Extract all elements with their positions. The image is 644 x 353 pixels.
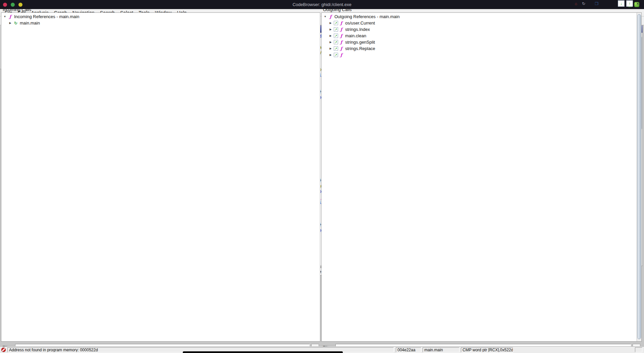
tree-item-label: strings.genSplit bbox=[344, 40, 376, 45]
incoming-calls-tree: ▼ƒIncoming References - main.main▶↻main.… bbox=[1, 12, 320, 342]
outgoing-calls-pane: Outgoing Calls ▼ƒOutgoing References - m… bbox=[321, 7, 642, 342]
fn-icon: ƒ bbox=[339, 52, 343, 57]
expander-icon[interactable]: ▶ bbox=[328, 47, 333, 50]
function-call-trees-panel: ↗ Function Call Trees: main.main - (clie… bbox=[0, 0, 643, 69]
recycle-icon: ↻ bbox=[13, 21, 18, 26]
tree-item-label: main.clean bbox=[344, 33, 367, 38]
home-icon[interactable]: ⌂ bbox=[573, 1, 579, 6]
fn-icon: ƒ bbox=[8, 14, 12, 19]
navigate-incoming-icon[interactable]: ↓ bbox=[618, 0, 625, 7]
tree-item-label: os/user.Current bbox=[344, 20, 376, 26]
expander-icon[interactable]: ▶ bbox=[328, 34, 333, 37]
incoming-calls-label: Incoming Calls bbox=[1, 7, 320, 12]
outgoing-calls-tree: ▼ƒOutgoing References - main.main▶↗ƒos/u… bbox=[321, 12, 642, 342]
expander-icon[interactable]: ▼ bbox=[323, 15, 327, 18]
tree-item-item[interactable]: ▶↗ƒ bbox=[322, 52, 641, 58]
tree-item-strings-replace[interactable]: ▶↗ƒstrings.Replace bbox=[322, 45, 641, 52]
tree-item-incoming-references-main-main[interactable]: ▼ƒIncoming References - main.main bbox=[1, 13, 320, 20]
expander-icon[interactable]: ▼ bbox=[3, 15, 7, 18]
expander-icon[interactable]: ▶ bbox=[328, 21, 333, 25]
tree-item-strings-gensplit[interactable]: ▶↗ƒstrings.genSplit bbox=[322, 39, 641, 45]
error-icon bbox=[1, 348, 6, 352]
status-function: main.main bbox=[423, 347, 460, 352]
tree-item-label: Incoming References - main.main bbox=[13, 14, 80, 19]
tree-item-main-main[interactable]: ▶↻main.main bbox=[1, 20, 320, 26]
tree-item-label: main.main bbox=[19, 20, 41, 26]
callext-icon: ↗ bbox=[334, 40, 338, 44]
tree-item-strings-index[interactable]: ▶↗ƒstrings.Index bbox=[322, 26, 641, 33]
tree-item-label: strings.Index bbox=[344, 27, 371, 32]
tree-item-outgoing-references-main-main[interactable]: ▼ƒOutgoing References - main.main bbox=[322, 13, 641, 20]
navigate-outgoing-icon[interactable]: ↑ bbox=[626, 0, 633, 7]
tree-item-os-user-current[interactable]: ▶↗ƒos/user.Current bbox=[322, 20, 641, 26]
window-icon: ❒ bbox=[594, 1, 600, 6]
codebrowser-window: CodeBrowser: ghidi:/client.exe FileEditA… bbox=[0, 0, 644, 353]
incoming-calls-pane: Incoming Calls ▼ƒIncoming References - m… bbox=[1, 7, 320, 342]
scroll-thumb[interactable] bbox=[637, 14, 641, 339]
expander-icon[interactable]: ▶ bbox=[328, 28, 333, 31]
callext-icon: ↗ bbox=[334, 21, 338, 25]
tree-item-label: strings.Replace bbox=[344, 46, 376, 51]
status-instruction: CMP word ptr [RCX],0x522d bbox=[461, 347, 513, 352]
tree-item-label: Outgoing References - main.main bbox=[334, 14, 400, 19]
expander-icon[interactable]: ▶ bbox=[328, 41, 333, 44]
fn-icon: ƒ bbox=[339, 33, 343, 38]
status-address: 004e22aa bbox=[396, 347, 421, 352]
refresh-icon[interactable]: ↻ bbox=[581, 1, 587, 6]
window-title: CodeBrowser: ghidi:/client.exe bbox=[0, 2, 644, 7]
callext-icon: ↗ bbox=[334, 27, 338, 32]
status-extra bbox=[635, 347, 642, 352]
callext-icon: ↗ bbox=[334, 53, 338, 57]
callext-icon: ↗ bbox=[334, 46, 338, 51]
fn-icon: ƒ bbox=[339, 20, 343, 26]
fn-icon: ƒ bbox=[339, 27, 343, 32]
outgoing-calls-label: Outgoing Calls bbox=[321, 7, 642, 12]
fn-icon: ƒ bbox=[328, 14, 333, 19]
callext-icon: ↗ bbox=[334, 34, 338, 38]
tree-item-main-clean[interactable]: ▶↗ƒmain.clean bbox=[322, 33, 641, 39]
expander-icon[interactable]: ▶ bbox=[8, 21, 12, 25]
fn-icon: ƒ bbox=[339, 40, 343, 45]
expander-icon[interactable]: ▶ bbox=[328, 53, 333, 56]
call-trees-close-icon[interactable]: × bbox=[635, 1, 641, 6]
outgoing-scrollbar[interactable] bbox=[637, 13, 641, 341]
dock-bar bbox=[183, 351, 343, 353]
fn-icon: ƒ bbox=[339, 46, 343, 51]
